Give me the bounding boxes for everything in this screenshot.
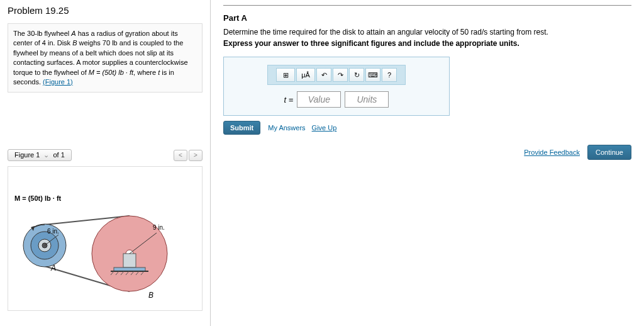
provide-feedback-link[interactable]: Provide Feedback bbox=[524, 149, 580, 156]
units-input[interactable]: Units bbox=[345, 91, 389, 108]
problem-title: Problem 19.25 bbox=[8, 5, 203, 16]
undo-button[interactable]: ↶ bbox=[316, 68, 331, 82]
give-up-link[interactable]: Give Up bbox=[312, 124, 337, 132]
redo-button[interactable]: ↷ bbox=[333, 68, 348, 82]
var-b: B bbox=[72, 39, 77, 47]
submit-button[interactable]: Submit bbox=[223, 121, 260, 135]
answer-toolbar: ⊞ μÅ ↶ ↷ ↻ ⌨ ? bbox=[267, 65, 406, 85]
figure-tab-label: Figure 1 bbox=[14, 151, 40, 159]
special-chars-button[interactable]: μÅ bbox=[296, 68, 315, 82]
dim1-text: 6 in. bbox=[47, 228, 59, 235]
text: The 30-lb flywheel bbox=[13, 30, 71, 37]
svg-rect-7 bbox=[123, 254, 136, 267]
label-a-text: A bbox=[50, 264, 56, 273]
dropdown-icon: ⌄ bbox=[43, 151, 49, 159]
part-title: Part A bbox=[223, 13, 631, 23]
figure-canvas: M = (50t) lb · ft bbox=[8, 166, 203, 311]
templates-button[interactable]: ⊞ bbox=[276, 68, 295, 82]
continue-button[interactable]: Continue bbox=[587, 145, 631, 160]
my-answers-link[interactable]: My Answers bbox=[268, 124, 305, 132]
keyboard-button[interactable]: ⌨ bbox=[365, 68, 380, 82]
eq-m: M = (50t) lb · ft bbox=[89, 69, 133, 76]
dim2-text: 9 in. bbox=[153, 224, 165, 231]
answer-area: ⊞ μÅ ↶ ↷ ↻ ⌨ ? t = Value Units bbox=[223, 57, 450, 116]
input-lhs: t = bbox=[284, 95, 294, 104]
help-button[interactable]: ? bbox=[382, 68, 397, 82]
reset-button[interactable]: ↻ bbox=[349, 68, 364, 82]
figure-tab[interactable]: Figure 1 ⌄ of 1 bbox=[8, 149, 72, 161]
prev-figure-button[interactable]: < bbox=[174, 150, 187, 161]
part-instruction: Express your answer to three significant… bbox=[223, 39, 631, 48]
figure-count: of 1 bbox=[53, 151, 64, 159]
text: , where bbox=[133, 69, 158, 76]
figure-link[interactable]: (Figure 1) bbox=[43, 78, 73, 86]
next-figure-button[interactable]: > bbox=[189, 150, 203, 161]
value-input[interactable]: Value bbox=[297, 91, 341, 108]
problem-statement: The 30-lb flywheel A has a radius of gyr… bbox=[8, 23, 203, 93]
figure-svg: 6 in. 9 in. A B bbox=[13, 186, 196, 299]
part-question: Determine the time required for the disk… bbox=[223, 28, 631, 37]
divider bbox=[223, 5, 631, 6]
var-a: A bbox=[71, 30, 75, 37]
label-b-text: B bbox=[148, 291, 153, 299]
